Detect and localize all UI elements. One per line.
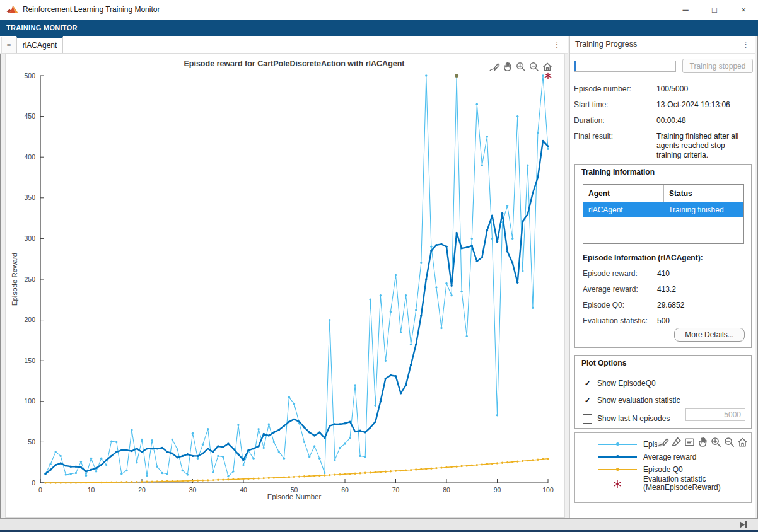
- chart-ylabel: Episode Reward: [11, 253, 18, 306]
- tab-actions-kebab-icon[interactable]: ⋮: [549, 36, 565, 53]
- svg-text:400: 400: [24, 153, 35, 161]
- axes-toolbar: [487, 61, 554, 73]
- zoom-in-icon[interactable]: [515, 61, 527, 72]
- chart-xlabel: Episode Number: [40, 493, 548, 500]
- zoom-out-icon[interactable]: [723, 436, 735, 448]
- cell-status: Training finished: [663, 205, 743, 214]
- svg-text:100: 100: [24, 397, 35, 405]
- column-header-status: Status: [663, 185, 743, 202]
- legend-label: Episode Q0: [643, 466, 683, 474]
- field-label: Final result:: [574, 132, 655, 141]
- column-header-agent: Agent: [583, 189, 663, 198]
- reward-plot-panel: Episode reward for CartPoleDiscreteActio…: [5, 53, 565, 518]
- svg-text:350: 350: [24, 194, 35, 201]
- skip-end-icon[interactable]: [739, 521, 748, 529]
- field-label: Evaluation statistic:: [583, 316, 657, 325]
- legend-swatch: [598, 465, 637, 475]
- minimize-button[interactable]: ─: [671, 0, 700, 20]
- field-value: 500: [657, 316, 670, 325]
- svg-text:50: 50: [28, 438, 35, 446]
- svg-text:500: 500: [24, 72, 35, 79]
- training-information-group: Training Information Agent Status rlACAg…: [574, 164, 752, 348]
- group-title: Plot Options: [581, 359, 626, 367]
- legend-swatch: [598, 452, 637, 462]
- checkbox-show-evaluation-statistic[interactable]: ✓: [583, 396, 592, 405]
- table-row[interactable]: rlACAgent Training finished: [583, 202, 743, 217]
- more-details-button[interactable]: More Details...: [674, 328, 745, 342]
- document-tabstrip: ≡ rlACAgent ⋮: [0, 36, 568, 54]
- svg-text:450: 450: [24, 112, 35, 120]
- legend-axes-toolbar: [657, 436, 749, 448]
- legend-box: Episo Average reward Episode Q0 Evaluati…: [574, 432, 752, 503]
- ribbon-tab-training-monitor[interactable]: TRAINING MONITOR: [6, 20, 78, 36]
- svg-text:200: 200: [24, 316, 35, 323]
- field-value: 29.6852: [657, 301, 684, 309]
- window-titlebar: Reinforcement Learning Training Monitor …: [0, 0, 758, 20]
- capped-episode-marker: [455, 74, 458, 78]
- close-button[interactable]: ×: [729, 0, 758, 20]
- home-icon[interactable]: [542, 61, 553, 72]
- bottom-scroll-strip[interactable]: [0, 518, 758, 530]
- maximize-button[interactable]: □: [700, 0, 729, 20]
- option-label: Show last N episodes: [597, 414, 670, 423]
- svg-text:150: 150: [24, 357, 35, 364]
- panel-title: Training Progress: [575, 36, 637, 53]
- option-show-evaluation-statistic[interactable]: ✓ Show evaluation statistic: [583, 395, 680, 405]
- brush-icon[interactable]: [670, 436, 682, 448]
- last-n-episodes-input[interactable]: [685, 408, 745, 421]
- edit-icon[interactable]: [657, 436, 669, 448]
- option-show-last-n-episodes[interactable]: Show last N episodes: [583, 413, 670, 424]
- window-title: Reinforcement Learning Training Monitor: [23, 0, 160, 20]
- legend-item-average-reward: Average reward: [598, 452, 697, 462]
- axes: 0501001502002503003504004505000102030405…: [24, 72, 553, 494]
- series-episode-reward: [44, 74, 549, 477]
- field-value: 100/5000: [656, 84, 752, 94]
- field-value: 13-Oct-2024 19:13:06: [656, 100, 752, 110]
- checkbox-show-last-n-episodes[interactable]: [583, 414, 592, 424]
- panel-kebab-icon[interactable]: ⋮: [742, 36, 750, 53]
- pan-icon[interactable]: [502, 61, 513, 72]
- edit-icon[interactable]: [489, 61, 500, 72]
- progress-fill: [574, 61, 576, 71]
- chart-svg[interactable]: 0501001502002503003504004505000102030405…: [6, 54, 566, 518]
- series-episode-q0: [44, 458, 549, 484]
- episode-information-title: Episode Information (rlACAgent):: [583, 253, 703, 262]
- svg-text:300: 300: [24, 234, 35, 242]
- field-label: Duration:: [574, 116, 655, 125]
- field-value: 410: [657, 269, 670, 278]
- field-value: Training finished after all agents reach…: [656, 132, 752, 160]
- field-value: 413.2: [657, 285, 676, 294]
- checkbox-show-episodeq0[interactable]: ✓: [583, 379, 592, 388]
- tab-rlacagent[interactable]: rlACAgent: [16, 36, 63, 53]
- training-progress-panel: Training Progress ⋮ Training stopped Epi…: [569, 36, 755, 518]
- cell-agent: rlACAgent: [583, 205, 663, 214]
- plot-options-group: Plot Options ✓ Show EpisodeQ0 ✓ Show eva…: [574, 355, 752, 429]
- zoom-in-icon[interactable]: [710, 436, 722, 448]
- training-stopped-button: Training stopped: [682, 59, 753, 73]
- training-progress-bar: [574, 61, 676, 72]
- legend-item-episode-q0: Episode Q0: [598, 465, 683, 475]
- legend-label: Average reward: [643, 453, 697, 461]
- option-show-episodeq0[interactable]: ✓ Show EpisodeQ0: [583, 378, 656, 388]
- home-icon[interactable]: [737, 436, 749, 448]
- svg-text:0: 0: [32, 479, 35, 487]
- pan-icon[interactable]: [697, 436, 709, 448]
- field-label: Start time:: [574, 100, 655, 109]
- field-label: Episode Q0:: [583, 301, 657, 309]
- option-label: Show EpisodeQ0: [597, 379, 656, 388]
- tab-list-icon[interactable]: ≡: [1, 37, 16, 54]
- legend-item-episode-reward: Episo: [598, 439, 662, 449]
- svg-text:250: 250: [24, 275, 35, 283]
- option-label: Show evaluation statistic: [597, 396, 680, 405]
- legend-item-evaluation-statistic: Evaluation statistic (MeanEpisodeReward): [598, 478, 721, 489]
- evaluation-asterisk-icon: [598, 478, 637, 489]
- datatip-icon[interactable]: [684, 436, 696, 448]
- group-title: Training Information: [581, 168, 655, 176]
- table-header-row: Agent Status: [583, 185, 743, 202]
- field-value: 00:00:48: [656, 116, 752, 125]
- field-label: Episode reward:: [583, 269, 657, 278]
- agent-status-table[interactable]: Agent Status rlACAgent Training finished: [583, 184, 744, 244]
- matlab-logo-icon: [6, 4, 18, 15]
- field-label: Episode number:: [574, 84, 655, 93]
- zoom-out-icon[interactable]: [528, 61, 540, 72]
